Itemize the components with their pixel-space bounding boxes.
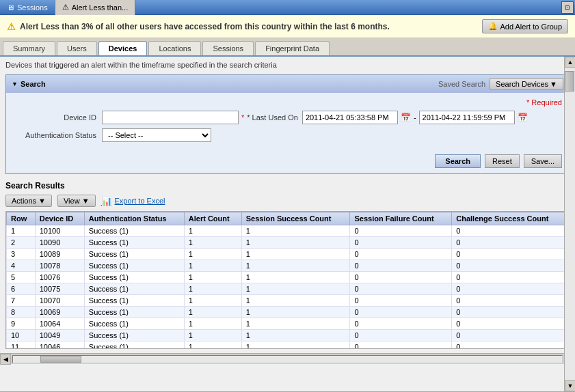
cell-alert-count: 1 bbox=[184, 295, 241, 307]
cell-session-success: 1 bbox=[241, 283, 350, 295]
cell-alert-count: 1 bbox=[184, 249, 241, 260]
main-tabs: Summary Users Devices Locations Sessions… bbox=[0, 38, 575, 57]
cell-auth-status: Success (1) bbox=[84, 260, 184, 272]
scroll-track[interactable] bbox=[12, 355, 563, 363]
cell-alert-count: 1 bbox=[184, 283, 241, 295]
device-id-input[interactable] bbox=[102, 111, 239, 124]
table-row[interactable]: 4 10078 Success (1) 1 1 0 0 bbox=[7, 260, 569, 272]
cell-session-failure: 0 bbox=[350, 330, 452, 341]
tab-devices[interactable]: Devices bbox=[98, 41, 148, 55]
cell-row: 3 bbox=[7, 249, 36, 260]
outer-scroll-up[interactable]: ▲ bbox=[565, 57, 575, 68]
sessions-tab-label: Sessions bbox=[17, 3, 48, 12]
table-container: Row Device ID Authentication Status Aler… bbox=[5, 211, 570, 349]
table-header-row: Row Device ID Authentication Status Aler… bbox=[7, 212, 569, 225]
table-row[interactable]: 7 10070 Success (1) 1 1 0 0 bbox=[7, 295, 569, 307]
collapse-icon[interactable]: ▼ bbox=[12, 81, 18, 87]
cell-session-failure: 0 bbox=[350, 249, 452, 260]
tab-summary[interactable]: Summary bbox=[3, 41, 55, 55]
table-row[interactable]: 3 10089 Success (1) 1 1 0 0 bbox=[7, 249, 569, 260]
last-used-on-label: * Last Used On bbox=[247, 113, 298, 122]
save-button[interactable]: Save... bbox=[524, 154, 562, 168]
alert-tab-icon: ⚠ bbox=[62, 3, 69, 12]
cell-row: 11 bbox=[7, 341, 36, 349]
date-to-input[interactable] bbox=[419, 111, 515, 124]
cell-row: 2 bbox=[7, 237, 36, 249]
cell-session-success: 1 bbox=[241, 318, 350, 330]
table-row[interactable]: 2 10090 Success (1) 1 1 0 0 bbox=[7, 237, 569, 249]
cell-auth-status: Success (1) bbox=[84, 249, 184, 260]
search-devices-arrow: ▼ bbox=[550, 80, 557, 88]
search-devices-button[interactable]: Search Devices ▼ bbox=[490, 78, 563, 90]
cell-session-success: 1 bbox=[241, 307, 350, 318]
table-row[interactable]: 10 10049 Success (1) 1 1 0 0 bbox=[7, 330, 569, 341]
cell-session-success: 1 bbox=[241, 341, 350, 349]
maximize-button[interactable]: ⊡ bbox=[561, 1, 574, 14]
cell-row: 9 bbox=[7, 318, 36, 330]
cell-challenge-success: 0 bbox=[452, 283, 569, 295]
device-id-label: Device ID bbox=[13, 113, 102, 122]
calendar-to-icon[interactable]: 📅 bbox=[518, 113, 528, 122]
cell-alert-count: 1 bbox=[184, 330, 241, 341]
cell-session-failure: 0 bbox=[350, 225, 452, 237]
cell-row: 7 bbox=[7, 295, 36, 307]
cell-alert-count: 1 bbox=[184, 225, 241, 237]
cell-row: 4 bbox=[7, 260, 36, 272]
cell-row: 6 bbox=[7, 283, 36, 295]
auth-status-row: Authentication Status -- Select -- Succe… bbox=[13, 128, 562, 142]
tab-alert[interactable]: ⚠ Alert Less than... bbox=[55, 0, 136, 15]
search-actions: Search Reset Save... bbox=[6, 152, 569, 173]
date-range: 📅 - 📅 bbox=[302, 111, 528, 124]
cell-session-success: 1 bbox=[241, 225, 350, 237]
tab-fingerprint[interactable]: Fingerprint Data bbox=[255, 41, 330, 55]
cell-challenge-success: 0 bbox=[452, 295, 569, 307]
view-arrow-icon: ▼ bbox=[82, 197, 90, 205]
calendar-from-icon[interactable]: 📅 bbox=[401, 113, 411, 122]
table-row[interactable]: 8 10069 Success (1) 1 1 0 0 bbox=[7, 307, 569, 318]
tab-sessions[interactable]: Sessions bbox=[202, 41, 254, 55]
sessions-icon: 🖥 bbox=[7, 3, 14, 12]
table-row[interactable]: 11 10046 Success (1) 1 1 0 0 bbox=[7, 341, 569, 349]
cell-device-id: 10070 bbox=[35, 295, 84, 307]
tab-locations[interactable]: Locations bbox=[148, 41, 201, 55]
actions-button[interactable]: Actions ▼ bbox=[5, 195, 52, 207]
search-body: * Required Device ID * * Last Used On 📅 … bbox=[6, 93, 569, 152]
view-button[interactable]: View ▼ bbox=[57, 195, 96, 207]
cell-session-success: 1 bbox=[241, 249, 350, 260]
outer-scroll-thumb[interactable] bbox=[565, 71, 574, 92]
auth-status-select[interactable]: -- Select -- Success Failure Challenge bbox=[102, 128, 211, 142]
cell-session-failure: 0 bbox=[350, 341, 452, 349]
results-section: Search Results Actions ▼ View ▼ 📊 Export… bbox=[5, 181, 570, 349]
cell-row: 10 bbox=[7, 330, 36, 341]
table-row[interactable]: 1 10100 Success (1) 1 1 0 0 bbox=[7, 225, 569, 237]
tab-users[interactable]: Users bbox=[57, 41, 97, 55]
cell-auth-status: Success (1) bbox=[84, 295, 184, 307]
outer-scrollbar[interactable]: ▲ ▼ bbox=[564, 57, 575, 391]
cell-device-id: 10076 bbox=[35, 272, 84, 283]
export-button[interactable]: 📊 Export to Excel bbox=[101, 196, 165, 206]
cell-session-success: 1 bbox=[241, 260, 350, 272]
search-button[interactable]: Search bbox=[435, 154, 481, 168]
table-row[interactable]: 9 10064 Success (1) 1 1 0 0 bbox=[7, 318, 569, 330]
cell-device-id: 10100 bbox=[35, 225, 84, 237]
col-challenge-success: Challenge Success Count bbox=[452, 212, 569, 225]
table-scroll[interactable]: Row Device ID Authentication Status Aler… bbox=[6, 212, 569, 348]
scroll-left-arrow[interactable]: ◀ bbox=[0, 354, 11, 365]
reset-button[interactable]: Reset bbox=[485, 154, 520, 168]
add-alert-button[interactable]: 🔔 Add Alert to Group bbox=[482, 19, 569, 33]
tab-sessions[interactable]: 🖥 Sessions bbox=[0, 0, 55, 15]
outer-scroll-track[interactable] bbox=[565, 68, 575, 380]
col-session-failure: Session Failure Count bbox=[350, 212, 452, 225]
table-row[interactable]: 6 10075 Success (1) 1 1 0 0 bbox=[7, 283, 569, 295]
date-from-input[interactable] bbox=[302, 111, 398, 124]
description-text: Devices that triggered an alert within t… bbox=[5, 61, 570, 69]
scroll-thumb[interactable] bbox=[40, 356, 81, 363]
table-row[interactable]: 5 10076 Success (1) 1 1 0 0 bbox=[7, 272, 569, 283]
cell-challenge-success: 0 bbox=[452, 341, 569, 349]
outer-scroll-down[interactable]: ▼ bbox=[565, 380, 575, 391]
col-row: Row bbox=[7, 212, 36, 225]
cell-alert-count: 1 bbox=[184, 260, 241, 272]
horizontal-scrollbar[interactable]: ◀ ▶ bbox=[0, 353, 575, 364]
cell-session-failure: 0 bbox=[350, 237, 452, 249]
alert-banner: ⚠ Alert Less than 3% of all other users … bbox=[0, 15, 575, 38]
